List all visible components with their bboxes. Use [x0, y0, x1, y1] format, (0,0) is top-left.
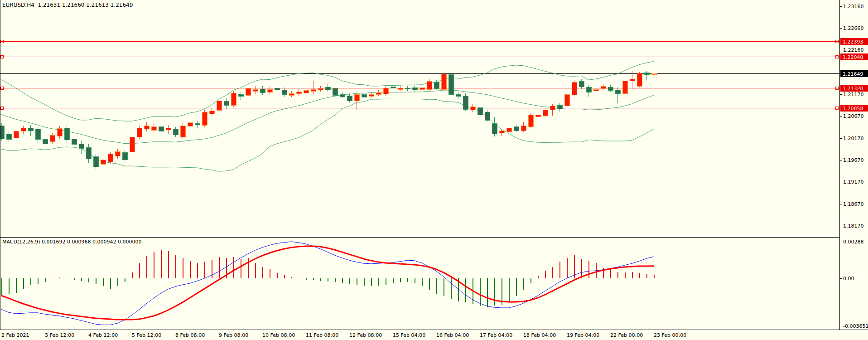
price-axis-label: 1.19670	[843, 157, 864, 163]
time-axis-label: 22 Feb 00:00	[610, 332, 643, 338]
candle-bull	[420, 87, 424, 89]
price-badge-text: 1.22040	[843, 54, 863, 60]
time-axis-label: 4 Feb 12:00	[88, 332, 118, 338]
candle-bear	[79, 144, 84, 149]
candle-bear	[260, 89, 265, 92]
time-axis-label: 12 Feb 08:00	[349, 332, 382, 338]
candle-bull	[651, 74, 656, 75]
candle-bull	[130, 137, 135, 152]
candle-bull	[50, 135, 55, 141]
candle-bear	[86, 147, 91, 159]
candle-bear	[456, 94, 461, 96]
candle-bear	[615, 90, 620, 93]
candle-bull	[383, 88, 388, 94]
candle-bull	[470, 107, 475, 110]
candle-bear	[122, 152, 127, 160]
main-chart-surface[interactable]	[0, 0, 839, 236]
candle-bear	[608, 87, 613, 90]
price-badge-text: 1.21649	[843, 71, 863, 77]
candle-bull	[521, 126, 526, 131]
candle-bull	[231, 93, 236, 105]
candle-bull	[499, 131, 504, 133]
candle-bull	[14, 131, 19, 138]
chart-canvas[interactable]: 1.231601.226601.221601.211701.206701.201…	[0, 0, 868, 340]
candle-bull	[398, 88, 403, 89]
price-badge-text: 1.20858	[843, 106, 863, 112]
candle-bear	[282, 90, 287, 94]
time-axis-label: 17 Feb 04:00	[480, 332, 512, 338]
candle-bear	[93, 156, 98, 167]
candle-bear	[275, 88, 280, 90]
candle-bull	[166, 128, 171, 130]
candle-bull	[21, 128, 26, 131]
time-axis-label: 15 Feb 04:00	[393, 332, 425, 338]
candle-bear	[514, 126, 519, 131]
candle-bull	[202, 112, 207, 126]
candle-bear	[173, 129, 178, 135]
candle-bear	[28, 128, 33, 131]
candle-bull	[289, 93, 294, 95]
price-axis-label: 1.18170	[843, 223, 864, 229]
candle-bear	[405, 88, 410, 89]
time-axis-label: 3 Feb 12:00	[45, 332, 74, 338]
candle-bear	[325, 87, 330, 90]
candle-bear	[391, 87, 395, 88]
candle-bull	[296, 92, 301, 93]
price-axis[interactable]: 1.231601.226601.221601.211701.206701.201…	[839, 4, 864, 229]
candle-bull	[637, 73, 642, 86]
time-axis-label: 23 Feb 00:00	[654, 332, 686, 338]
candle-bear	[579, 81, 584, 87]
time-axis[interactable]: 2 Feb 20213 Feb 12:004 Feb 12:005 Feb 12…	[1, 332, 686, 338]
candle-bull	[151, 126, 156, 130]
candle-bear	[333, 88, 338, 95]
candle-bull	[180, 126, 185, 137]
macd-axis[interactable]: 0.002880.00-0.003651	[839, 239, 868, 329]
candle-bull	[101, 160, 106, 164]
candle-bull	[217, 101, 222, 110]
candle-bull	[601, 86, 606, 88]
candle-bull	[304, 90, 309, 93]
candle-bear	[477, 107, 482, 115]
time-axis-label: 18 Feb 04:00	[523, 332, 556, 338]
candle-bear	[64, 128, 69, 140]
symbol-ohlc-title: EURUSD,H4 1.21631 1.21660 1.21613 1.2164…	[2, 2, 133, 8]
candle-bull	[593, 89, 598, 91]
candle-bull	[144, 126, 149, 129]
price-axis-label: 1.23160	[843, 4, 864, 10]
price-axis-label: 1.22160	[843, 47, 864, 53]
candle-bull	[57, 128, 62, 136]
time-axis-label: 9 Feb 08:00	[219, 332, 248, 338]
macd-pane-surface[interactable]	[0, 236, 839, 330]
price-axis-label: 1.20170	[843, 136, 864, 141]
macd-axis-label: 0.00288	[843, 239, 864, 245]
candle-bear	[35, 129, 40, 140]
candle-bear	[644, 73, 649, 74]
time-axis-label: 11 Feb 08:00	[306, 332, 338, 338]
candle-bear	[434, 82, 439, 88]
price-axis-label: 1.22660	[843, 25, 864, 31]
candle-bull	[441, 74, 446, 89]
price-badge-text: 1.21320	[843, 86, 863, 92]
candle-bull	[427, 81, 432, 89]
candle-bear	[195, 123, 200, 125]
candle-bear	[412, 87, 417, 90]
candle-bear	[0, 126, 4, 139]
price-badge-text: 1.22393	[843, 39, 863, 45]
candle-bear	[485, 112, 490, 120]
price-axis-label: 1.19170	[843, 179, 864, 185]
candle-bull	[528, 115, 533, 127]
candle-bear	[463, 96, 468, 109]
candle-bear	[492, 123, 497, 134]
macd-indicator-label: MACD(12,26,9) 0.001692 0.000968 0.000942…	[2, 239, 141, 245]
candle-bear	[43, 139, 48, 144]
candle-bull	[630, 79, 635, 81]
candle-bull	[376, 92, 381, 94]
candle-bear	[448, 74, 453, 94]
candle-bull	[115, 151, 120, 156]
macd-axis-label: 0.00	[843, 276, 854, 282]
candle-bull	[267, 89, 272, 92]
time-axis-label: 19 Feb 04:00	[567, 332, 599, 338]
candle-bear	[340, 94, 345, 97]
candle-bull	[318, 88, 323, 90]
candle-bear	[72, 139, 77, 144]
